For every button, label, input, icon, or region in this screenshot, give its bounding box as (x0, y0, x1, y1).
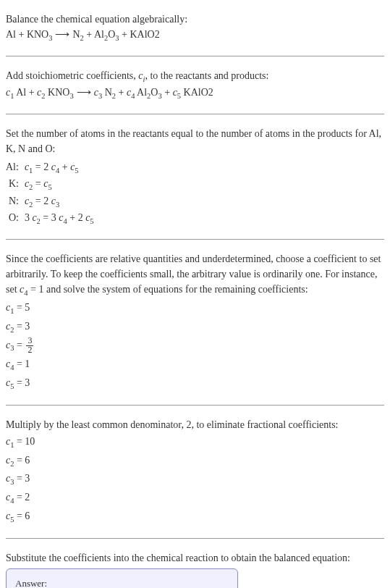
section-multiply-lcd: Multiply by the least common denominator… (6, 411, 384, 532)
balance-label-o: O: (6, 210, 25, 227)
balance-label-k: K: (6, 176, 25, 193)
coef2-c1: c1 = 10 (6, 434, 384, 451)
coef-c4: c4 = 1 (6, 356, 384, 374)
frac-den: 2 (26, 346, 33, 355)
balance-eq-al: c1 = 2 c4 + c5 (25, 159, 94, 177)
coef2-c5: c5 = 6 (6, 508, 384, 526)
balance-label-n: N: (6, 193, 25, 211)
balance-row-n: N: c2 = 2 c3 (6, 193, 94, 211)
coef-c1: c1 = 5 (6, 300, 384, 317)
balance-eq-n: c2 = 2 c3 (25, 193, 94, 211)
balance-prompt-text: Balance the chemical equation algebraica… (6, 12, 384, 27)
balance-table: Al: c1 = 2 c4 + c5 K: c2 = c5 N: c2 = 2 … (6, 159, 94, 227)
divider-1 (6, 56, 384, 56)
balance-eq-k: c2 = c5 (25, 176, 94, 193)
section-balance-prompt: Balance the chemical equation algebraica… (6, 6, 384, 50)
stoichiometric-text: Add stoichiometric coefficients, ci, to … (6, 68, 384, 85)
balance-eq-o: 3 c2 = 3 c4 + 2 c5 (25, 210, 94, 227)
balance-row-al: Al: c1 = 2 c4 + c5 (6, 159, 94, 177)
coef-c2: c2 = 3 (6, 319, 384, 336)
divider-4 (6, 405, 384, 406)
stoic-suffix: , to the reactants and products: (145, 70, 268, 81)
coef2-c4: c4 = 2 (6, 490, 384, 507)
coef2-c2: c2 = 6 (6, 453, 384, 470)
atom-balance-intro: Set the number of atoms in the reactants… (6, 126, 384, 156)
divider-3 (6, 239, 384, 240)
answer-box: Answer: 10 Al + 6 KNO3⟶3 N2 + 2 Al2O3 + … (6, 568, 238, 588)
multiply-intro: Multiply by the least common denominator… (6, 417, 384, 432)
initial-equation: Al + KNO3⟶N2 + Al2O3 + KAlO2 (6, 27, 384, 44)
section-atom-balance: Set the number of atoms in the reactants… (6, 120, 384, 233)
solve-intro: Since the coefficients are relative quan… (6, 251, 384, 299)
balance-row-k: K: c2 = c5 (6, 176, 94, 193)
balance-row-o: O: 3 c2 = 3 c4 + 2 c5 (6, 210, 94, 227)
coef-c3: c3 = 32 (6, 337, 384, 355)
stoichiometric-equation: c1 Al + c2 KNO3⟶c3 N2 + c4 Al2O3 + c5 KA… (6, 85, 384, 102)
section-final: Substitute the coefficients into the che… (6, 545, 384, 588)
balance-label-al: Al: (6, 159, 25, 177)
divider-5 (6, 538, 384, 539)
stoic-prefix: Add stoichiometric coefficients, (6, 70, 138, 81)
coef2-c3: c3 = 3 (6, 471, 384, 488)
coef-c5: c5 = 3 (6, 375, 384, 392)
section-stoichiometric: Add stoichiometric coefficients, ci, to … (6, 62, 384, 108)
final-intro: Substitute the coefficients into the che… (6, 550, 384, 566)
answer-label: Answer: (15, 576, 229, 588)
divider-2 (6, 114, 384, 114)
section-solve-arbitrary: Since the coefficients are relative quan… (6, 245, 384, 400)
